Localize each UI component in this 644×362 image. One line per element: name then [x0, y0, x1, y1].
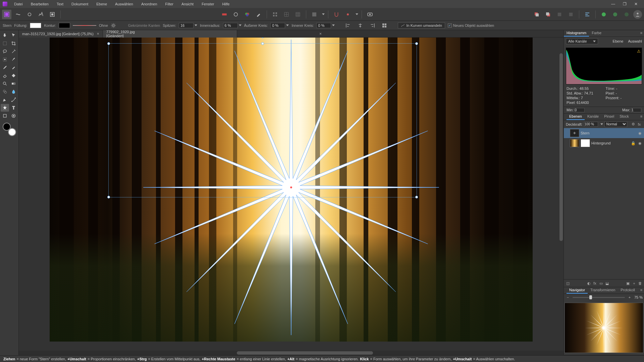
histo-min-input[interactable]: [575, 108, 585, 112]
new-obj-checkbox[interactable]: ✓: [448, 23, 452, 27]
panel-menu-icon[interactable]: ≡: [639, 114, 644, 119]
opacity-input[interactable]: [584, 122, 598, 127]
persona-export[interactable]: [48, 10, 57, 19]
inner-dd[interactable]: [239, 24, 241, 26]
navigator-thumbnail[interactable]: [565, 303, 643, 353]
account-avatar[interactable]: [633, 10, 642, 19]
menu-datei[interactable]: Datei: [11, 1, 26, 7]
color-replace-tool[interactable]: [9, 64, 18, 71]
flood-select-tool[interactable]: [1, 56, 9, 63]
doc-tab-2[interactable]: beech-forest-779902_1920.jpg [Geändert] …: [103, 30, 237, 38]
align-panel[interactable]: [583, 10, 592, 19]
convert-curves-button[interactable]: In Kurven umwandeln: [398, 22, 445, 28]
snap-grid-1[interactable]: [270, 10, 280, 19]
tab-channels[interactable]: Kanäle: [585, 114, 601, 120]
lasso-tool[interactable]: [1, 48, 9, 55]
crop-tool[interactable]: [9, 40, 18, 47]
outerc-dd[interactable]: [286, 24, 289, 26]
mask-icon[interactable]: ▭: [598, 281, 604, 286]
channel-select[interactable]: Alle Kanäle: [566, 38, 598, 44]
assistant-btn[interactable]: [310, 10, 319, 19]
move-tool[interactable]: [9, 32, 18, 39]
horizontal-scrollbar[interactable]: [19, 351, 564, 355]
lock-icon[interactable]: 🔒: [631, 140, 636, 146]
paint-brush-tool[interactable]: [1, 64, 9, 71]
stroke-swatch[interactable]: [59, 23, 70, 28]
layer-row-star[interactable]: ✦ Stern ◉: [564, 128, 644, 138]
snap-grid-2[interactable]: [282, 10, 291, 19]
snap-grid-3[interactable]: [293, 10, 303, 19]
arrange-fwd[interactable]: [555, 10, 564, 19]
persona-liquify[interactable]: [13, 10, 23, 19]
blur-tool[interactable]: [9, 88, 18, 96]
add-layer-btn[interactable]: [599, 10, 608, 19]
live-filter-icon[interactable]: ⬓: [604, 281, 610, 286]
zoom-in-icon[interactable]: +: [627, 295, 632, 300]
menu-filter[interactable]: Filter: [162, 1, 177, 7]
quickmask-btn[interactable]: [365, 10, 375, 19]
menu-anordnen[interactable]: Anordnen: [138, 1, 161, 7]
star-tool[interactable]: [1, 104, 9, 112]
selection-rect-tool[interactable]: [1, 40, 9, 47]
gear-icon[interactable]: ⚙: [631, 122, 636, 127]
inner-radius-input[interactable]: [223, 23, 238, 28]
assistant-dd[interactable]: [322, 13, 325, 15]
histo-max-input[interactable]: [631, 108, 641, 112]
eraser-tool[interactable]: [1, 72, 9, 79]
mask-layer-icon[interactable]: ◫: [565, 281, 571, 286]
align-grid[interactable]: [380, 21, 389, 30]
persona-photo[interactable]: [2, 10, 11, 19]
points-dd[interactable]: [195, 24, 197, 26]
canvas[interactable]: [19, 38, 564, 351]
gear-icon[interactable]: [111, 23, 116, 28]
tab-brushes[interactable]: Pinsel: [601, 114, 617, 120]
inner-circle-input[interactable]: [316, 23, 331, 28]
delete-layer-icon[interactable]: 🗑: [637, 281, 643, 286]
fx-add-icon[interactable]: fx: [592, 281, 598, 286]
close-icon[interactable]: ×: [97, 32, 99, 36]
fx-icon[interactable]: fx: [637, 122, 642, 127]
tab-layers[interactable]: Ebenen: [567, 114, 585, 120]
tab-history[interactable]: Protokoll: [618, 287, 638, 294]
persona-tone[interactable]: [36, 10, 46, 19]
zoom-tool[interactable]: [1, 80, 9, 87]
tab-histogram[interactable]: Histogramm: [564, 30, 589, 37]
magic-wand-tool[interactable]: [9, 48, 18, 55]
window-maximize[interactable]: ❐: [619, 1, 630, 7]
align-h-right[interactable]: [368, 21, 377, 30]
persona-develop[interactable]: [25, 10, 34, 19]
arrange-back[interactable]: [543, 10, 553, 19]
force-pixel-dd[interactable]: [356, 13, 358, 15]
zoom-slider[interactable]: [573, 297, 625, 298]
zoom-out-icon[interactable]: −: [565, 295, 571, 300]
tab-transform[interactable]: Transformieren: [588, 287, 618, 294]
menu-hilfe[interactable]: Hilfe: [219, 1, 233, 7]
color-wells[interactable]: [3, 123, 16, 136]
menu-fenster[interactable]: Fenster: [198, 1, 217, 7]
arrange-bwd[interactable]: [566, 10, 576, 19]
gradient-tool[interactable]: [9, 80, 18, 87]
add-layer-icon[interactable]: ＋: [631, 281, 637, 286]
color-fmt-cmyk[interactable]: [231, 10, 240, 19]
color-picker-toggle[interactable]: [254, 10, 263, 19]
tab-navigator[interactable]: Navigator: [567, 287, 588, 294]
add-fx-btn[interactable]: [622, 10, 631, 19]
points-input[interactable]: [179, 23, 194, 28]
layer-row-background[interactable]: Hintergrund 🔒 ◉: [564, 138, 644, 148]
add-mask-btn[interactable]: [610, 10, 620, 19]
shape-tool[interactable]: [1, 112, 9, 120]
menu-text[interactable]: Text: [53, 1, 67, 7]
force-pixel[interactable]: [343, 10, 353, 19]
stroke-width-slider[interactable]: [73, 25, 96, 26]
panel-menu-icon[interactable]: ≡: [639, 287, 644, 293]
close-icon[interactable]: ×: [319, 32, 322, 36]
opacity-dd[interactable]: [600, 123, 603, 125]
selection-brush-tool[interactable]: [9, 56, 18, 63]
visibility-icon[interactable]: ◉: [637, 140, 643, 146]
outer-circle-input[interactable]: [270, 23, 285, 28]
visibility-icon[interactable]: ◉: [637, 130, 643, 136]
snapping-toggle[interactable]: [332, 10, 341, 19]
arrange-front[interactable]: [532, 10, 541, 19]
node-tool[interactable]: [9, 96, 18, 104]
menu-ebene[interactable]: Ebene: [93, 1, 110, 7]
